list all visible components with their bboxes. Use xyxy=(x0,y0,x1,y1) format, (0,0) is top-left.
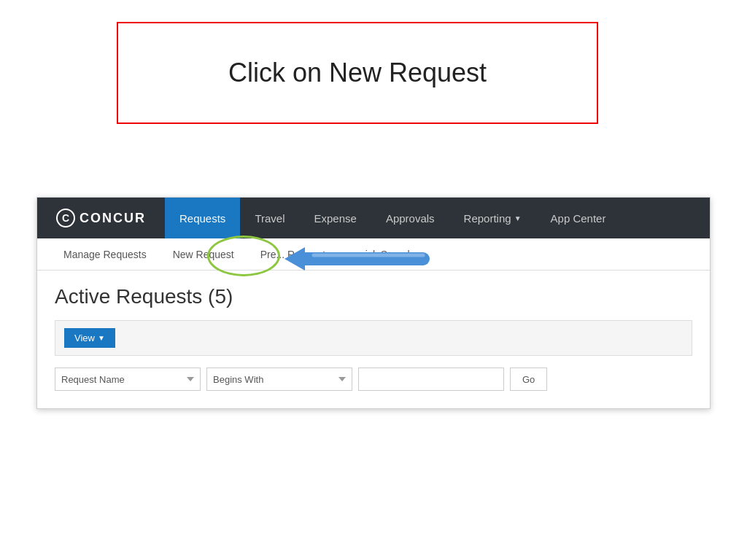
view-button[interactable]: View ▼ xyxy=(64,328,115,348)
filter-field-select[interactable]: Request Name xyxy=(55,368,201,391)
nav-item-travel[interactable]: Travel xyxy=(240,198,299,238)
logo-text: CONCUR xyxy=(80,211,146,226)
nav-logo: C CONCUR xyxy=(44,209,158,228)
sub-nav-quick-search[interactable]: ...ick Search xyxy=(345,241,425,270)
nav-item-reporting[interactable]: Reporting ▼ xyxy=(449,198,536,238)
nav-items: Requests Travel Expense Approvals Report… xyxy=(165,198,620,238)
nav-item-app-center[interactable]: App Center xyxy=(536,198,621,238)
nav-bar: C CONCUR Requests Travel Expense Approva… xyxy=(37,198,710,238)
page-title: Active Requests (5) xyxy=(55,285,692,308)
filter-value-input[interactable] xyxy=(358,368,504,391)
view-caret-icon: ▼ xyxy=(98,334,105,342)
instruction-text: Click on New Request xyxy=(228,58,487,88)
instruction-box: Click on New Request xyxy=(117,22,598,124)
sub-nav-new-request[interactable]: New Request xyxy=(161,241,246,270)
nav-item-requests[interactable]: Requests xyxy=(165,198,240,238)
filter-row: Request Name Begins With Go xyxy=(55,368,692,394)
toolbar: View ▼ xyxy=(55,320,692,356)
app-container: C CONCUR Requests Travel Expense Approva… xyxy=(36,197,711,409)
nav-item-approvals[interactable]: Approvals xyxy=(371,198,449,238)
sub-nav-pre-requests[interactable]: Pre... Requests xyxy=(249,241,343,270)
sub-nav-manage-requests[interactable]: Manage Requests xyxy=(52,241,158,270)
filter-condition-select[interactable]: Begins With xyxy=(206,368,352,391)
go-button[interactable]: Go xyxy=(510,368,547,391)
logo-letter: C xyxy=(62,212,69,224)
reporting-dropdown-arrow: ▼ xyxy=(514,214,522,222)
concur-logo-icon: C xyxy=(56,209,75,228)
content-area: Active Requests (5) View ▼ Request Name … xyxy=(37,271,710,408)
nav-item-expense[interactable]: Expense xyxy=(300,198,371,238)
sub-nav: Manage Requests New Request Pre... Reque… xyxy=(37,238,710,271)
